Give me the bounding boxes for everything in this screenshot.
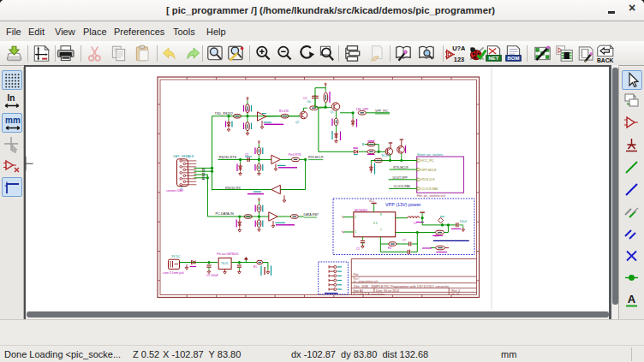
svg-text:In: In	[8, 93, 15, 103]
svg-text:mm: mm	[5, 116, 21, 125]
svg-text:A: A	[628, 293, 636, 306]
svg-text:123: 123	[454, 56, 464, 63]
svg-text:BACK: BACK	[597, 57, 614, 63]
svg-text:U?A: U?A	[452, 45, 465, 52]
svg-text:NET: NET	[489, 56, 499, 61]
svg-text:BOM: BOM	[508, 56, 520, 61]
